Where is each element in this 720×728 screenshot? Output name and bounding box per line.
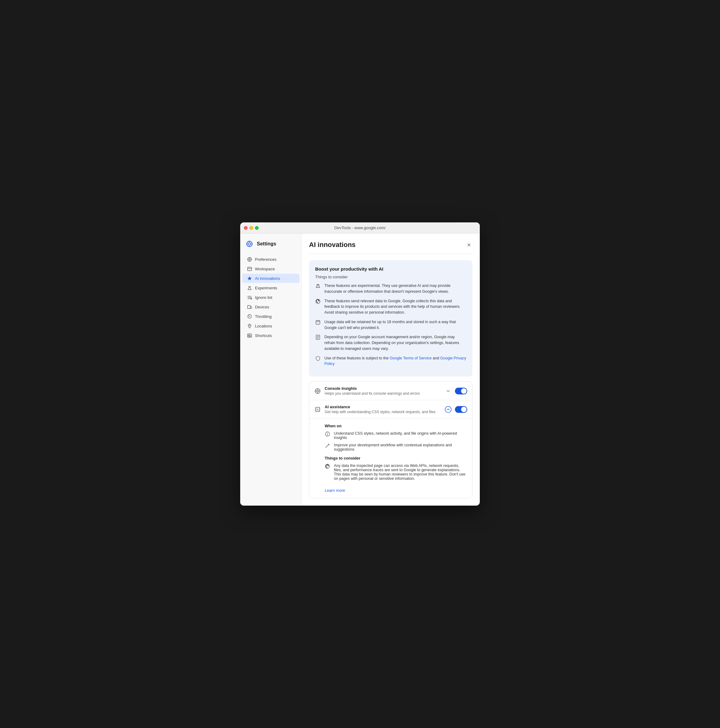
when-on-wand-icon	[325, 443, 330, 448]
sidebar-item-throttling[interactable]: Throttling	[242, 312, 300, 321]
svg-point-7	[249, 258, 250, 260]
settings-icon	[245, 240, 254, 248]
when-on-text-0: Understand CSS styles, network activity,…	[334, 431, 467, 440]
info-item-4: Use of these features is subject to the …	[315, 355, 466, 367]
svg-point-24	[249, 325, 250, 326]
when-on-item-0: Understand CSS styles, network activity,…	[325, 431, 467, 440]
svg-point-1	[248, 243, 251, 245]
sidebar-item-ai-innovations[interactable]: AI innovations	[242, 274, 300, 283]
sidebar-item-locations[interactable]: Locations	[242, 321, 300, 330]
sidebar-devices-label: Devices	[255, 305, 269, 309]
sidebar-shortcuts-label: Shortcuts	[255, 333, 272, 338]
svg-point-23	[249, 316, 250, 317]
info-item-3-text: Depending on your Google account managem…	[324, 334, 466, 352]
ai-assistance-expanded: When on Understand CSS styles, network a…	[309, 419, 472, 498]
ai-assistance-toggle[interactable]	[455, 406, 467, 413]
app-window: DevTools - www.google.com/ Settings	[240, 222, 480, 506]
console-insights-icon	[314, 388, 321, 395]
svg-point-48	[445, 406, 451, 413]
console-insights-toggle[interactable]	[455, 388, 467, 395]
devices-icon	[247, 304, 252, 309]
close-traffic-light[interactable]	[244, 226, 248, 230]
titlebar: DevTools - www.google.com/	[240, 222, 480, 234]
sidebar-header: Settings	[240, 240, 301, 254]
when-on-text-1: Improve your development workflow with c…	[334, 443, 467, 451]
svg-point-46	[317, 390, 318, 390]
svg-point-51	[327, 433, 328, 433]
shield-privacy-icon	[315, 356, 321, 361]
info-card: Boost your productivity with AI Things t…	[309, 260, 472, 376]
info-item-3: Depending on your Google account managem…	[315, 334, 466, 352]
learn-more-link[interactable]: Learn more	[325, 488, 345, 493]
things-consider-text-0: Any data the inspected page can access v…	[334, 463, 467, 481]
when-on-item-1: Improve your development workflow with c…	[325, 443, 467, 451]
console-insights-content: Console Insights Helps you understand an…	[325, 386, 441, 396]
console-insights-row: Console Insights Helps you understand an…	[309, 382, 472, 400]
sidebar: Settings Preferences	[240, 234, 302, 506]
svg-line-19	[251, 298, 252, 299]
ai-assistance-desc: Get help with understanding CSS styles, …	[325, 410, 441, 414]
sidebar-preferences-label: Preferences	[255, 257, 277, 262]
when-on-title: When on	[325, 424, 467, 428]
tos-link[interactable]: Google Terms of Service	[390, 356, 432, 360]
ai-assistance-icon	[314, 406, 321, 413]
things-consider-title: Things to consider	[325, 456, 467, 460]
sidebar-item-experiments[interactable]: Experiments	[242, 283, 300, 292]
ai-assistance-chevron[interactable]	[445, 406, 452, 413]
info-item-2-text: Usage data will be retained for up to 18…	[324, 319, 466, 331]
close-button[interactable]: ✕	[465, 241, 472, 248]
console-insights-desc: Helps you understand and fix console war…	[325, 392, 441, 396]
minimize-traffic-light[interactable]	[249, 226, 253, 230]
ai-assistance-title: AI assistance	[325, 405, 441, 409]
sidebar-ignore-list-label: Ignore list	[255, 295, 272, 300]
locations-icon	[247, 323, 252, 328]
sidebar-experiments-label: Experiments	[255, 286, 277, 290]
workspace-icon	[247, 266, 252, 271]
content-area: AI innovations ✕ Boost your productivity…	[302, 234, 480, 506]
google-icon-0	[315, 298, 321, 304]
shortcuts-icon	[247, 333, 252, 338]
console-insights-chevron[interactable]	[445, 387, 452, 395]
main-layout: Settings Preferences	[240, 234, 480, 506]
info-item-0-text: These features are experimental. They us…	[324, 283, 466, 295]
svg-point-41	[317, 390, 318, 392]
sidebar-throttling-label: Throttling	[255, 314, 272, 319]
sidebar-locations-label: Locations	[255, 324, 272, 328]
svg-rect-21	[250, 306, 252, 308]
feature-cards: Console Insights Helps you understand an…	[309, 381, 472, 498]
sidebar-ai-innovations-label: AI innovations	[255, 276, 280, 281]
info-card-title: Boost your productivity with AI	[315, 266, 466, 272]
svg-rect-32	[316, 320, 320, 324]
sidebar-item-ignore-list[interactable]: Ignore list	[242, 293, 300, 302]
svg-rect-12	[248, 267, 252, 271]
throttling-icon	[247, 314, 252, 319]
svg-line-52	[326, 445, 328, 448]
when-on-info-icon	[325, 431, 330, 437]
sidebar-workspace-label: Workspace	[255, 267, 275, 271]
sidebar-item-workspace[interactable]: Workspace	[242, 264, 300, 274]
info-item-1-text: These features send relevant data to Goo…	[324, 298, 466, 315]
page-title: AI innovations	[309, 241, 356, 249]
sidebar-item-devices[interactable]: Devices	[242, 302, 300, 312]
console-insights-title: Console Insights	[325, 386, 441, 391]
info-item-0: These features are experimental. They us…	[315, 283, 466, 295]
ai-innovations-icon	[247, 276, 252, 281]
ignore-list-icon	[247, 295, 252, 300]
sidebar-item-shortcuts[interactable]: Shortcuts	[242, 331, 300, 340]
ai-assistance-row: AI assistance Get help with understandin…	[309, 400, 472, 419]
svg-rect-27	[249, 335, 250, 335]
info-card-subtitle: Things to consider	[315, 275, 466, 279]
svg-rect-20	[248, 305, 250, 308]
maximize-traffic-light[interactable]	[255, 226, 258, 230]
things-consider-item-0: Any data the inspected page can access v…	[325, 463, 467, 481]
sidebar-item-preferences[interactable]: Preferences	[242, 255, 300, 264]
svg-rect-26	[248, 335, 249, 335]
console-insights-controls	[445, 387, 467, 395]
traffic-lights	[244, 226, 258, 230]
svg-point-30	[318, 286, 318, 287]
document-icon	[315, 335, 321, 340]
ai-experimental-icon	[315, 283, 321, 289]
calendar-icon	[315, 320, 321, 325]
window-title: DevTools - www.google.com/	[335, 225, 386, 230]
svg-rect-28	[248, 336, 251, 336]
